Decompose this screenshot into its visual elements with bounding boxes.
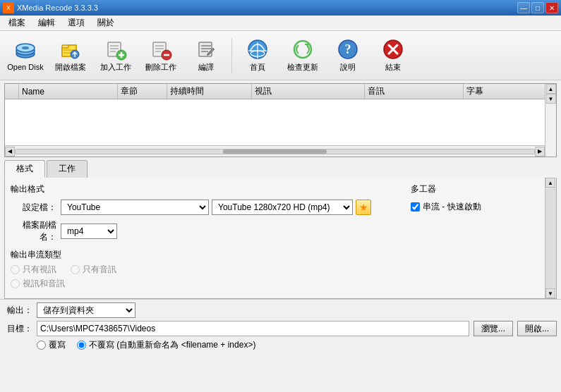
open-disk-button[interactable]: Open Disk bbox=[4, 35, 47, 76]
radio-audio-only[interactable]: 只有音訊 bbox=[71, 264, 116, 276]
edit-button[interactable]: 編譯 bbox=[185, 35, 227, 76]
help-label: 說明 bbox=[340, 63, 356, 72]
browse-button[interactable]: 瀏覽... bbox=[473, 321, 513, 336]
multicore-title: 多工器 bbox=[411, 183, 538, 195]
col-name-header: Name bbox=[19, 84, 118, 99]
menu-options[interactable]: 選項 bbox=[62, 16, 90, 30]
settings-v-scrollbar[interactable]: ▲ ▼ bbox=[545, 178, 556, 298]
radio-no-overwrite-label: 不覆寫 (自動重新命名為 <filename + index>) bbox=[89, 339, 255, 351]
col-duration-header: 持續時間 bbox=[167, 84, 252, 99]
bottom-bar: 輸出： 儲存到資料夾 其他... 目標： C:\Users\MPC7438657… bbox=[0, 299, 561, 354]
settings-scroll-up[interactable]: ▲ bbox=[545, 178, 555, 188]
radio-overwrite[interactable]: 覆寫 bbox=[37, 339, 66, 351]
stream-label: 串流 - 快速啟動 bbox=[423, 201, 481, 213]
stream-radio-row1: 只有視訊 只有音訊 bbox=[11, 264, 397, 276]
preset-row: 設定檔： YouTube Vimeo Facebook YouTube 1280… bbox=[11, 200, 397, 215]
radio-audio-only-input[interactable] bbox=[71, 265, 80, 274]
remove-job-icon bbox=[150, 38, 172, 61]
radio-video-audio[interactable]: 視訊和音訊 bbox=[11, 278, 65, 290]
open-file-icon bbox=[59, 38, 82, 61]
radio-audio-only-label: 只有音訊 bbox=[83, 264, 116, 276]
star-button[interactable]: ★ bbox=[356, 200, 371, 215]
col-name bbox=[5, 84, 19, 99]
tab-work[interactable]: 工作 bbox=[47, 160, 88, 178]
scroll-up-arrow[interactable]: ▲ bbox=[546, 84, 556, 94]
window-controls[interactable]: — □ ✕ bbox=[517, 2, 558, 13]
preset-select[interactable]: YouTube Vimeo Facebook bbox=[61, 200, 209, 215]
minimize-button[interactable]: — bbox=[517, 2, 530, 13]
check-update-button[interactable]: 檢查更新 bbox=[282, 35, 324, 76]
tabs-area: 格式 工作 bbox=[4, 160, 557, 178]
svg-point-3 bbox=[22, 47, 29, 49]
extension-select[interactable]: mp4 mkv avi bbox=[61, 223, 117, 239]
radio-video-only-label: 只有視訊 bbox=[23, 264, 56, 276]
exit-label: 結束 bbox=[385, 63, 401, 72]
edit-label: 編譯 bbox=[198, 63, 214, 72]
exit-icon bbox=[382, 38, 404, 61]
v-scrollbar[interactable]: ▲ ▼ bbox=[545, 84, 556, 157]
svg-text:?: ? bbox=[345, 42, 351, 56]
target-path: C:\Users\MPC7438657\Videos bbox=[37, 321, 469, 336]
menu-about[interactable]: 關於 bbox=[92, 16, 120, 30]
check-update-icon bbox=[291, 38, 314, 61]
add-job-button[interactable]: 加入工作 bbox=[95, 35, 137, 76]
open-disk-icon bbox=[14, 38, 37, 61]
scroll-right-arrow[interactable]: ▶ bbox=[535, 147, 545, 157]
title-bar-left: X XMedia Recode 3.3.3.3 bbox=[3, 2, 98, 13]
settings-content: 輸出格式 設定檔： YouTube Vimeo Facebook YouTube… bbox=[11, 183, 550, 292]
svg-rect-5 bbox=[64, 49, 73, 51]
col-chapter-header: 章節 bbox=[118, 84, 167, 99]
radio-video-audio-label: 視訊和音訊 bbox=[23, 278, 65, 290]
output-row: 輸出： 儲存到資料夾 其他... bbox=[4, 302, 557, 318]
home-button[interactable]: 首頁 bbox=[236, 35, 279, 76]
scroll-left-arrow[interactable]: ◀ bbox=[5, 147, 15, 157]
remove-job-button[interactable]: 刪除工作 bbox=[140, 35, 182, 76]
radio-overwrite-input[interactable] bbox=[37, 341, 46, 350]
open-button[interactable]: 開啟... bbox=[517, 321, 557, 336]
svg-rect-6 bbox=[64, 52, 71, 54]
add-job-icon bbox=[104, 38, 127, 61]
table-header: Name 章節 持續時間 視訊 音訊 字幕 bbox=[5, 84, 556, 99]
toolbar-separator-1 bbox=[231, 38, 232, 73]
settings-scroll-track bbox=[545, 188, 556, 288]
check-update-label: 檢查更新 bbox=[287, 63, 318, 72]
table-body bbox=[5, 99, 556, 145]
open-file-button[interactable]: 開啟檔案 bbox=[49, 35, 92, 76]
radio-no-overwrite[interactable]: 不覆寫 (自動重新命名為 <filename + index>) bbox=[77, 339, 255, 351]
edit-icon bbox=[195, 38, 217, 61]
maximize-button[interactable]: □ bbox=[531, 2, 544, 13]
menu-edit[interactable]: 編輯 bbox=[32, 16, 61, 30]
settings-right-col: 多工器 串流 - 快速啟動 bbox=[397, 183, 538, 292]
preset-label: 設定檔： bbox=[11, 202, 56, 214]
tab-format[interactable]: 格式 bbox=[4, 160, 45, 178]
settings-scroll-down[interactable]: ▼ bbox=[545, 288, 555, 298]
output-select[interactable]: 儲存到資料夾 其他... bbox=[37, 302, 135, 318]
title-bar: X XMedia Recode 3.3.3.3 — □ ✕ bbox=[0, 0, 561, 16]
help-button[interactable]: ? 說明 bbox=[327, 35, 369, 76]
output-format-title: 輸出格式 bbox=[11, 183, 397, 195]
stream-checkbox-row[interactable]: 串流 - 快速啟動 bbox=[411, 201, 538, 213]
col-audio-header: 音訊 bbox=[365, 84, 464, 99]
col-video-header: 視訊 bbox=[252, 84, 365, 99]
settings-left-col: 輸出格式 設定檔： YouTube Vimeo Facebook YouTube… bbox=[11, 183, 397, 292]
extension-row: 檔案副檔名： mp4 mkv avi bbox=[11, 219, 397, 243]
menu-file[interactable]: 檔案 bbox=[3, 16, 31, 30]
close-button[interactable]: ✕ bbox=[545, 2, 558, 13]
radio-video-only[interactable]: 只有視訊 bbox=[11, 264, 56, 276]
preset-control: YouTube Vimeo Facebook YouTube 1280x720 … bbox=[61, 200, 371, 215]
output-label: 輸出： bbox=[4, 305, 32, 317]
radio-video-only-input[interactable] bbox=[11, 265, 20, 274]
extension-label: 檔案副檔名： bbox=[11, 219, 56, 243]
exit-button[interactable]: 結束 bbox=[372, 35, 414, 76]
target-label: 目標： bbox=[4, 323, 32, 335]
toolbar: Open Disk 開啟檔案 bbox=[0, 31, 561, 80]
help-icon: ? bbox=[337, 38, 359, 61]
radio-video-audio-input[interactable] bbox=[11, 279, 20, 288]
quality-select[interactable]: YouTube 1280x720 HD (mp4) YouTube 1920x1… bbox=[212, 200, 353, 215]
scroll-down-arrow[interactable]: ▼ bbox=[546, 94, 556, 104]
h-scroll-thumb[interactable] bbox=[223, 149, 327, 154]
overwrite-row: 覆寫 不覆寫 (自動重新命名為 <filename + index>) bbox=[4, 339, 557, 351]
stream-checkbox[interactable] bbox=[411, 202, 420, 212]
radio-no-overwrite-input[interactable] bbox=[77, 341, 86, 350]
h-scrollbar[interactable]: ◀ ▶ bbox=[5, 145, 545, 157]
